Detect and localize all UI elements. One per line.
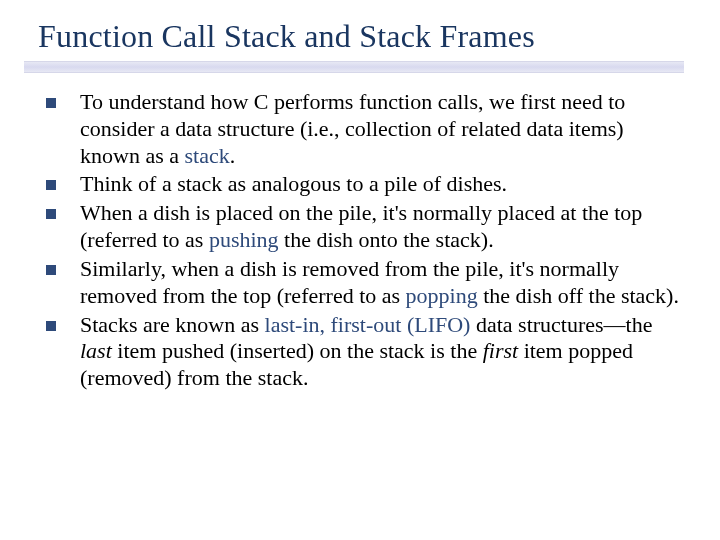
list-item: When a dish is placed on the pile, it's … xyxy=(46,200,682,254)
square-bullet-icon xyxy=(46,98,56,108)
italic-text: last xyxy=(80,338,112,363)
keyword: stack xyxy=(184,143,229,168)
keyword: last-in, first-out (LIFO) xyxy=(265,312,471,337)
square-bullet-icon xyxy=(46,265,56,275)
list-item: Similarly, when a dish is removed from t… xyxy=(46,256,682,310)
square-bullet-icon xyxy=(46,209,56,219)
italic-text: first xyxy=(483,338,518,363)
slide-title: Function Call Stack and Stack Frames xyxy=(38,18,682,55)
keyword: pushing xyxy=(209,227,279,252)
list-item: Think of a stack as analogous to a pile … xyxy=(46,171,682,198)
square-bullet-icon xyxy=(46,321,56,331)
slide: Function Call Stack and Stack Frames To … xyxy=(0,0,720,540)
bullet-text: Think of a stack as analogous to a pile … xyxy=(80,171,682,198)
bullet-text: Stacks are known as last-in, first-out (… xyxy=(80,312,682,392)
list-item: To understand how C performs function ca… xyxy=(46,89,682,169)
keyword: popping xyxy=(406,283,478,308)
bullet-text: When a dish is placed on the pile, it's … xyxy=(80,200,682,254)
list-item: Stacks are known as last-in, first-out (… xyxy=(46,312,682,392)
title-divider xyxy=(24,61,684,73)
square-bullet-icon xyxy=(46,180,56,190)
bullet-text: To understand how C performs function ca… xyxy=(80,89,682,169)
content-area: To understand how C performs function ca… xyxy=(38,89,682,392)
bullet-text: Similarly, when a dish is removed from t… xyxy=(80,256,682,310)
